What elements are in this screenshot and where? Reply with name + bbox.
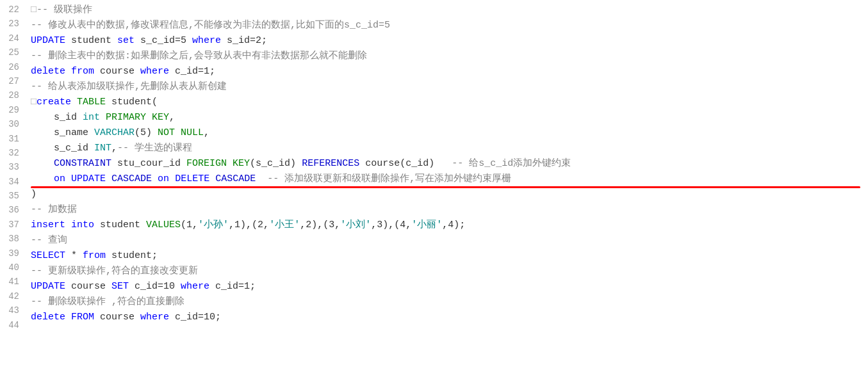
ln-33: 33 bbox=[5, 160, 19, 174]
code-line-41: -- 删除级联操作 ,符合的直接删除 bbox=[31, 294, 860, 310]
ln-37: 37 bbox=[5, 218, 19, 232]
ln-35: 35 bbox=[5, 189, 19, 203]
code-line-25: -- 删除主表中的数据:如果删除之后,会导致从表中有非法数据那么就不能删除 bbox=[31, 49, 860, 64]
code-content: □-- 级联操作 -- 修改从表中的数据,修改课程信息,不能修改为非法的数据,比… bbox=[23, 3, 868, 374]
ln-28: 28 bbox=[5, 88, 19, 102]
ln-30: 30 bbox=[5, 117, 19, 131]
ln-42: 42 bbox=[5, 289, 19, 303]
code-line-35: -- 加数据 bbox=[31, 202, 860, 218]
code-line-29: s_id int PRIMARY KEY, bbox=[31, 110, 860, 125]
ln-31: 31 bbox=[5, 132, 19, 146]
ln-34: 34 bbox=[5, 175, 19, 189]
code-line-24: UPDATE student set s_c_id=5 where s_id=2… bbox=[31, 33, 860, 49]
code-line-23: -- 修改从表中的数据,修改课程信息,不能修改为非法的数据,比如下面的s_c_i… bbox=[31, 18, 860, 33]
code-line-36: insert into student VALUES(1,'小孙',1),(2,… bbox=[31, 218, 860, 233]
ln-32: 32 bbox=[5, 146, 19, 160]
code-line-32: CONSTRAINT stu_cour_id FOREIGN KEY(s_c_i… bbox=[31, 156, 860, 172]
code-line-22: □-- 级联操作 bbox=[31, 3, 860, 18]
code-line-34: ) bbox=[31, 187, 860, 202]
ln-40: 40 bbox=[5, 261, 19, 275]
code-line-30: s_name VARCHAR(5) NOT NULL, bbox=[31, 125, 860, 141]
code-line-38: SELECT * from student; bbox=[31, 248, 860, 264]
ln-41: 41 bbox=[5, 275, 19, 289]
code-editor: 22 23 24 25 26 27 28 29 30 31 32 33 34 3… bbox=[0, 0, 868, 377]
code-line-33: on UPDATE CASCADE on DELETE CASCADE -- 添… bbox=[31, 172, 860, 187]
code-line-44 bbox=[31, 341, 860, 356]
code-line-37: -- 查询 bbox=[31, 233, 860, 248]
code-line-40: UPDATE course SET c_id=10 where c_id=1; bbox=[31, 279, 860, 294]
code-line-28: □create TABLE student( bbox=[31, 95, 860, 110]
ln-43: 43 bbox=[5, 303, 19, 317]
ln-39: 39 bbox=[5, 246, 19, 261]
code-line-39: -- 更新级联操作,符合的直接改变更新 bbox=[31, 264, 860, 279]
ln-25: 25 bbox=[5, 45, 19, 60]
ln-24: 24 bbox=[5, 31, 19, 45]
code-line-42: delete FROM course where c_id=10; bbox=[31, 310, 860, 325]
code-line-26: delete from course where c_id=1; bbox=[31, 64, 860, 79]
ln-29: 29 bbox=[5, 103, 19, 117]
ln-38: 38 bbox=[5, 232, 19, 246]
ln-36: 36 bbox=[5, 203, 19, 217]
ln-27: 27 bbox=[5, 74, 19, 88]
code-line-31: s_c_id INT,-- 学生选的课程 bbox=[31, 141, 860, 156]
code-line-27: -- 给从表添加级联操作,先删除从表从新创建 bbox=[31, 79, 860, 95]
ln-22: 22 bbox=[5, 3, 19, 17]
code-line-43 bbox=[31, 325, 860, 341]
line-numbers: 22 23 24 25 26 27 28 29 30 31 32 33 34 3… bbox=[0, 3, 23, 374]
ln-44: 44 bbox=[5, 318, 19, 332]
ln-26: 26 bbox=[5, 60, 19, 74]
ln-23: 23 bbox=[5, 17, 19, 31]
